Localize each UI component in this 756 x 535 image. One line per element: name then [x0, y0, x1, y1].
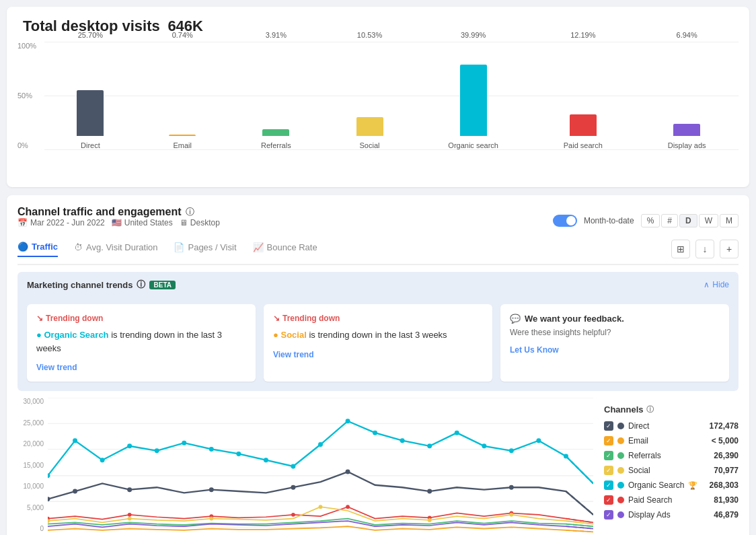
line-chart-yaxis: 30,000 25,000 20,000 15,000 10,000 5,000… — [17, 398, 48, 532]
svg-point-13 — [182, 441, 186, 445]
svg-point-22 — [427, 443, 432, 448]
view-btn-d[interactable]: D — [679, 214, 697, 227]
svg-point-9 — [73, 438, 77, 443]
svg-point-33 — [291, 485, 295, 490]
feedback-card: 💬 We want your feedback. Were these insi… — [500, 304, 729, 382]
legend-checkbox[interactable]: ✓ — [604, 436, 613, 445]
bar-group-paid-search: 12.19% Paid search — [564, 31, 603, 149]
svg-point-34 — [346, 470, 350, 474]
pages-icon: 📄 — [174, 242, 184, 252]
bar-group-direct: 25.70% Direct — [77, 31, 104, 149]
legend-info-icon[interactable]: ⓘ — [646, 404, 654, 415]
desktop-icon: 🖥 — [180, 218, 188, 227]
svg-point-41 — [291, 513, 295, 517]
trends-title: Marketing channel trends ⓘ BETA — [27, 279, 176, 291]
view-btn-hash[interactable]: # — [661, 214, 678, 227]
svg-point-51 — [509, 513, 513, 517]
tab-icons: ⊞ ↓ + — [671, 240, 739, 258]
legend-checkbox[interactable]: ✓ — [604, 466, 613, 475]
svg-point-35 — [427, 489, 432, 494]
legend-item-email[interactable]: ✓ Email < 5,000 — [604, 436, 739, 445]
legend-item-referrals[interactable]: ✓ Referrals 26,390 — [604, 451, 739, 460]
bar-group-organic-search: 39.99% Organic search — [448, 31, 498, 149]
bar-group-email: 0.74% Email — [169, 31, 196, 149]
legend-checkbox[interactable]: ✓ — [604, 480, 613, 490]
bar-chart-yaxis: 100% 50% 0% — [17, 42, 36, 149]
legend-checkbox[interactable]: ✓ — [604, 451, 613, 460]
toggle-label: Month-to-date — [584, 216, 634, 225]
bar-chart-area: 100% 50% 0% 25.70% Direct 0.74% Email 3.… — [17, 42, 739, 176]
tab-row: 🔵 Traffic ⏱ Avg. Visit Duration 📄 Pages … — [17, 240, 739, 265]
trends-info-icon[interactable]: ⓘ — [137, 279, 145, 291]
legend-item-social[interactable]: ✓ Social 70,977 — [604, 466, 739, 475]
svg-point-21 — [400, 438, 405, 443]
legend-item-paid-search[interactable]: ✓ Paid Search 81,930 — [604, 495, 739, 505]
tab-pages-per-visit[interactable]: 📄 Pages / Visit — [174, 242, 236, 256]
legend-item-display-ads[interactable]: ✓ Display Ads 46,879 — [604, 510, 739, 520]
legend-items: ✓ Direct 172,478 ✓ Email < 5,000 ✓ Refer… — [604, 421, 739, 520]
svg-point-12 — [155, 448, 159, 453]
tab-bounce-rate[interactable]: 📈 Bounce Rate — [253, 242, 317, 256]
excel-export-btn[interactable]: ⊞ — [671, 240, 690, 258]
bar-group-referrals: 3.91% Referrals — [261, 31, 291, 149]
section-header: Channel traffic and engagement ⓘ 📅 Mar 2… — [17, 206, 739, 236]
tab-traffic[interactable]: 🔵 Traffic — [17, 242, 58, 257]
feedback-title: 💬 We want your feedback. — [510, 314, 720, 324]
svg-point-10 — [100, 458, 105, 462]
view-btn-m[interactable]: M — [720, 214, 739, 227]
hide-btn[interactable]: ∧ Hide — [704, 280, 729, 289]
svg-point-42 — [346, 505, 350, 509]
svg-point-16 — [264, 458, 268, 462]
legend-color-dot — [617, 452, 624, 459]
legend-color-dot — [617, 467, 624, 474]
add-btn[interactable]: + — [720, 240, 739, 258]
svg-point-47 — [128, 517, 132, 521]
svg-point-27 — [564, 454, 568, 458]
feedback-icon: 💬 — [510, 314, 521, 324]
trends-cards: ↘ Trending down ● Organic Search is tren… — [17, 297, 739, 391]
bar-chart-bars: 25.70% Direct 0.74% Email 3.91% Referral… — [44, 42, 739, 149]
trend-body-organic: ● Organic Search is trending down in the… — [36, 328, 246, 355]
svg-point-50 — [428, 518, 432, 522]
trends-bar: Marketing channel trends ⓘ BETA ∧ Hide — [17, 272, 739, 297]
legend-color-dot — [617, 423, 624, 429]
svg-point-30 — [73, 489, 77, 494]
svg-point-32 — [209, 487, 214, 492]
view-trend-link-social[interactable]: View trend — [273, 350, 483, 359]
tab-avg-visit-duration[interactable]: ⏱ Avg. Visit Duration — [74, 242, 157, 256]
trend-down-label-organic: ↘ Trending down — [36, 314, 246, 323]
svg-point-26 — [536, 438, 541, 443]
legend-checkbox[interactable]: ✓ — [604, 421, 613, 431]
trend-card-social: ↘ Trending down ● Social is trending dow… — [264, 304, 492, 382]
channel-traffic-card: Channel traffic and engagement ⓘ 📅 Mar 2… — [7, 195, 749, 535]
view-btn-pct[interactable]: % — [641, 214, 660, 227]
svg-point-19 — [346, 419, 350, 423]
svg-point-17 — [291, 464, 295, 468]
trend-body-social: ● Social is trending down in the last 3 … — [273, 328, 483, 342]
trending-down-icon: ↘ — [36, 314, 43, 323]
legend-color-dot — [617, 482, 624, 489]
legend-color-dot — [617, 437, 624, 444]
legend-item-organic-search[interactable]: ✓ Organic Search 🏆 268,303 — [604, 480, 739, 490]
svg-point-18 — [318, 442, 323, 447]
svg-point-36 — [509, 485, 514, 490]
view-trend-link-organic[interactable]: View trend — [36, 363, 246, 372]
feedback-subtitle: Were these insights helpful? — [510, 328, 720, 337]
download-btn[interactable]: ↓ — [695, 240, 714, 258]
legend-checkbox[interactable]: ✓ — [604, 495, 613, 505]
legend-checkbox[interactable]: ✓ — [604, 510, 613, 520]
view-btn-w[interactable]: W — [699, 214, 718, 227]
svg-point-29 — [48, 497, 50, 501]
svg-point-25 — [509, 448, 514, 453]
let-us-know-link[interactable]: Let Us Know — [510, 345, 720, 355]
legend: Channels ⓘ ✓ Direct 172,478 ✓ Email < 5,… — [604, 398, 739, 535]
bar-group-social: 10.53% Social — [356, 31, 383, 149]
month-to-date-toggle[interactable] — [553, 215, 577, 227]
legend-item-direct[interactable]: ✓ Direct 172,478 — [604, 421, 739, 431]
calendar-icon: 📅 — [17, 218, 28, 227]
view-buttons: % # D W M — [641, 214, 739, 227]
beta-badge: BETA — [149, 281, 175, 289]
line-chart-section: 30,000 25,000 20,000 15,000 10,000 5,000… — [17, 398, 739, 535]
flag-icon: 🇺🇸 — [112, 218, 122, 227]
info-icon[interactable]: ⓘ — [186, 206, 194, 218]
